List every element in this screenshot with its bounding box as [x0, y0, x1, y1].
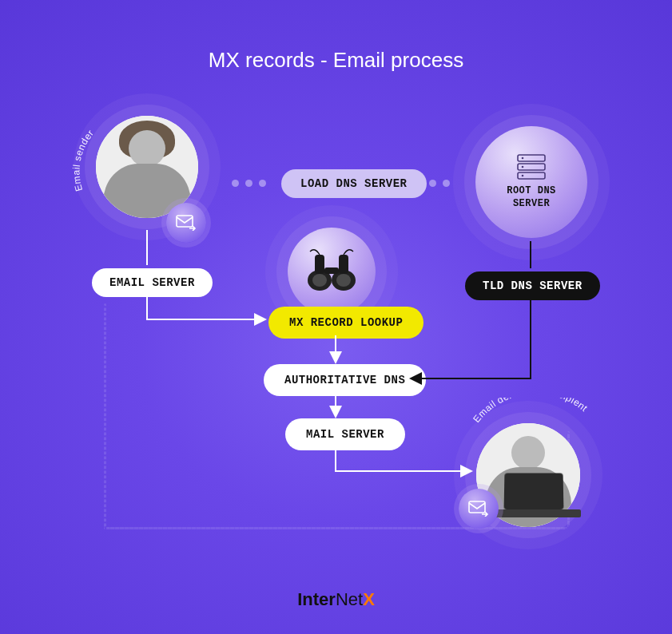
svg-point-5 [522, 157, 524, 160]
dotted-path-segment [104, 303, 106, 527]
mx-lookup-graphic [288, 228, 376, 315]
svg-rect-16 [469, 501, 485, 513]
diagram-title: MX records - Email process [0, 48, 672, 73]
node-mx-record-lookup: MX RECORD LOOKUP [268, 307, 423, 339]
node-root-dns-server: ROOT DNSSERVER [475, 126, 587, 238]
node-email-server: EMAIL SERVER [92, 268, 213, 297]
svg-text:Email sender: Email sender [70, 128, 96, 192]
binoculars-icon [304, 248, 360, 295]
dots-connector [232, 180, 266, 187]
svg-rect-1 [177, 216, 193, 227]
svg-point-11 [336, 274, 351, 287]
node-load-dns-server: LOAD DNS SERVER [281, 169, 427, 198]
node-tld-dns-server: TLD DNS SERVER [465, 271, 600, 300]
svg-rect-14 [324, 267, 339, 274]
sender-curved-label: Email sender [66, 104, 209, 200]
node-mail-server: MAIL SERVER [285, 418, 405, 450]
server-stack-icon [515, 153, 548, 180]
envelope-forward-icon [166, 203, 206, 243]
svg-point-10 [312, 274, 327, 287]
svg-rect-13 [339, 255, 348, 274]
svg-rect-12 [315, 255, 324, 274]
svg-text:Email delivery to recipient: Email delivery to recipient [471, 398, 590, 425]
svg-point-6 [522, 166, 524, 168]
svg-point-7 [522, 175, 524, 177]
envelope-forward-icon [459, 489, 499, 529]
node-authoritative-dns: AUTHORITATIVE DNS [264, 364, 426, 396]
root-dns-label: ROOT DNSSERVER [507, 185, 556, 210]
brand-logo: InterNetX [0, 589, 672, 610]
